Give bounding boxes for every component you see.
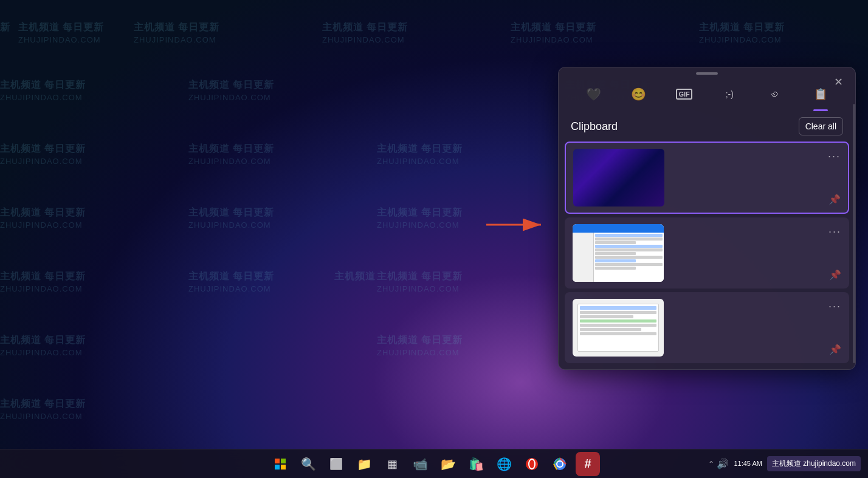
- tab-clipboard[interactable]: 📋: [807, 81, 834, 108]
- edge-button[interactable]: 🌐: [492, 452, 516, 476]
- file-explorer-button[interactable]: 📁: [352, 452, 376, 476]
- panel-tabs: 🖤 😊 GIF ;-) ꩜ 📋: [559, 77, 855, 108]
- explorer-icon: 📂: [441, 457, 456, 471]
- panel-drag-handle[interactable]: [559, 67, 855, 77]
- watermark: ZHUJIPINDAO.COM: [188, 220, 271, 230]
- watermark: ZHUJIPINDAO.COM: [0, 412, 83, 421]
- watermark: 主机频道 每日更新: [18, 21, 104, 34]
- clipboard-items-list: ··· 📌: [559, 142, 855, 369]
- clear-all-button[interactable]: Clear all: [799, 117, 843, 135]
- watermark: ZHUJIPINDAO.COM: [0, 157, 83, 166]
- svg-point-6: [557, 462, 562, 466]
- watermark: 主机频道 每日更新: [188, 79, 274, 92]
- watermark: ZHUJIPINDAO.COM: [188, 157, 271, 166]
- watermark: 主机频道 每日更新: [0, 79, 86, 92]
- clipboard-item-1-more-button[interactable]: ···: [828, 150, 841, 163]
- clipboard-item-1-thumbnail: [573, 149, 664, 207]
- watermark: ZHUJIPINDAO.COM: [699, 35, 782, 44]
- desktop: 新 主机频道 每日更新 ZHUJIPINDAO.COM 主机频道 每日更新 ZH…: [0, 0, 868, 478]
- watermark: 主机频道 每日更新: [0, 143, 86, 155]
- search-icon: 🔍: [301, 457, 316, 471]
- system-clock[interactable]: 11:45 AM: [734, 459, 762, 468]
- taskbar: 🔍 ⬜ 📁 ▦ 📹 📂 🛍️: [0, 449, 868, 478]
- watermark: 主机频道 每日更新: [511, 21, 596, 34]
- clipboard-item-3-actions: ··· 📌: [664, 299, 841, 357]
- watermark: 主机频道 每日更新: [0, 270, 86, 283]
- watermark: 主机频道 每日更新: [377, 334, 463, 347]
- tab-kaomoji[interactable]: ;-): [716, 81, 743, 108]
- watermark: ZHUJIPINDAO.COM: [377, 284, 460, 293]
- watermark: ZHUJIPINDAO.COM: [188, 93, 271, 102]
- tab-gif[interactable]: GIF: [671, 81, 698, 108]
- watermark: 主机频道 每日更新: [0, 207, 86, 219]
- watermark: 主机频道 每日更新: [0, 398, 86, 411]
- notification-text: 主机频道 zhujipindao.com: [772, 459, 856, 468]
- chevron-up-icon[interactable]: ⌃: [708, 460, 714, 468]
- edge-icon: 🌐: [497, 457, 512, 471]
- clock-time: 11:45 AM: [734, 459, 762, 468]
- panel-scrollbar: [853, 104, 855, 363]
- watermark: ZHUJIPINDAO.COM: [377, 220, 460, 230]
- clipboard-header: Clipboard Clear all: [559, 108, 855, 142]
- favorites-icon: 🖤: [586, 87, 601, 101]
- speaker-icon[interactable]: 🔊: [717, 458, 729, 469]
- clipboard-item-2-preview: [573, 224, 664, 282]
- clipboard-item-2-more-button[interactable]: ···: [828, 225, 841, 238]
- opera-icon: [525, 457, 539, 471]
- watermark: 主机频道 每日更新: [188, 207, 274, 219]
- explorer-button[interactable]: 📂: [436, 452, 460, 476]
- drag-bar: [696, 72, 718, 75]
- tab-symbols[interactable]: ꩜: [762, 81, 788, 108]
- clipboard-item-2-actions: ··· 📌: [664, 224, 841, 282]
- system-tray: ⌃ 🔊: [708, 458, 729, 469]
- clipboard-item-3[interactable]: ··· 📌: [565, 292, 849, 363]
- clipboard-item-2[interactable]: ··· 📌: [565, 217, 849, 289]
- task-view-icon: ⬜: [329, 457, 343, 471]
- clipboard-panel: ✕ 🖤 😊 GIF ;-) ꩜ 📋 Clipboard: [558, 67, 856, 370]
- microsoft-store-button[interactable]: 🛍️: [464, 452, 488, 476]
- watermark: ZHUJIPINDAO.COM: [0, 220, 83, 230]
- watermark: 主机频道 每日更新: [188, 270, 274, 283]
- clipboard-item-1[interactable]: ··· 📌: [565, 142, 849, 214]
- hash-app-button[interactable]: #: [576, 452, 600, 476]
- watermark: ZHUJIPINDAO.COM: [377, 157, 460, 166]
- watermark: ZHUJIPINDAO.COM: [511, 35, 593, 44]
- opera-button[interactable]: [520, 452, 544, 476]
- watermark: 主机频道 每日更新: [134, 21, 219, 34]
- watermark: ZHUJIPINDAO.COM: [322, 35, 405, 44]
- clipboard-item-3-pin-button[interactable]: 📌: [829, 344, 841, 355]
- watermark: 主机频道 每日更新: [0, 334, 86, 347]
- watermark: 主机频道 每日更新: [699, 21, 785, 34]
- hash-app-icon: #: [584, 457, 591, 471]
- clipboard-item-2-pin-button[interactable]: 📌: [829, 269, 841, 281]
- chrome-button[interactable]: [548, 452, 572, 476]
- gif-icon: GIF: [676, 89, 692, 100]
- snap-layouts-icon: ▦: [387, 457, 398, 471]
- watermark: ZHUJIPINDAO.COM: [0, 284, 83, 293]
- tray-notification[interactable]: 主机频道 zhujipindao.com: [767, 456, 861, 471]
- emoji-icon: 😊: [631, 87, 646, 101]
- watermark: 主机频道: [334, 270, 376, 283]
- watermark: 主机频道 每日更新: [377, 207, 463, 219]
- taskbar-center-section: 🔍 ⬜ 📁 ▦ 📹 📂 🛍️: [268, 452, 600, 476]
- file-explorer-icon: 📁: [357, 457, 372, 471]
- clipboard-item-3-thumbnail: [573, 299, 664, 357]
- tab-favorites[interactable]: 🖤: [580, 81, 607, 108]
- zoom-button[interactable]: 📹: [408, 452, 432, 476]
- clipboard-item-3-more-button[interactable]: ···: [828, 300, 841, 313]
- clipboard-item-3-preview: [573, 299, 664, 357]
- start-button[interactable]: [268, 452, 292, 476]
- tab-emoji[interactable]: 😊: [625, 81, 652, 108]
- watermark: 新: [0, 21, 10, 34]
- clipboard-item-1-preview: [573, 149, 664, 207]
- snap-layouts-button[interactable]: ▦: [380, 452, 404, 476]
- watermark: ZHUJIPINDAO.COM: [0, 93, 83, 102]
- watermark: ZHUJIPINDAO.COM: [377, 348, 460, 357]
- chrome-icon: [553, 457, 567, 471]
- task-view-button[interactable]: ⬜: [324, 452, 348, 476]
- clipboard-tab-icon: 📋: [814, 87, 827, 101]
- search-button[interactable]: 🔍: [296, 452, 320, 476]
- clipboard-item-1-pin-button[interactable]: 📌: [828, 194, 841, 205]
- symbols-icon: ꩜: [770, 88, 780, 101]
- clipboard-title: Clipboard: [571, 120, 618, 133]
